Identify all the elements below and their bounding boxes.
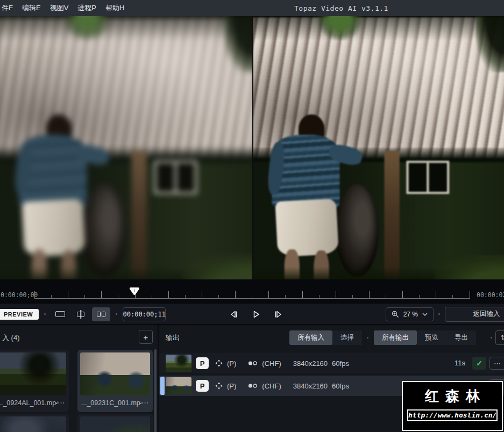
playhead[interactable]	[129, 287, 140, 296]
transport-controls	[226, 304, 286, 325]
timeline: 0:00:00;00 00:00:02;0	[0, 279, 504, 303]
preview-badge: PREVIEW	[0, 309, 39, 320]
side-by-side-icon	[97, 312, 105, 317]
duration-label: 11s	[455, 359, 465, 367]
tire	[83, 184, 126, 277]
output-filter-tabs: 所有输出 预览 导出	[374, 330, 476, 345]
separator-dot	[44, 313, 46, 315]
framerate-label: 60fps	[332, 382, 349, 390]
timeline-end-timecode: 00:00:02;0	[477, 291, 504, 299]
file-more-button[interactable]: ⋯	[141, 399, 149, 407]
hut-window	[154, 161, 197, 194]
menu-process[interactable]: 进程P	[77, 3, 96, 13]
output-thumbnail	[166, 355, 191, 372]
resolution-label: 3840x2160	[293, 382, 328, 390]
preview-pane-original[interactable]	[0, 16, 252, 279]
view-mode-side-by-side-button[interactable]	[92, 307, 110, 321]
zoom-magnifier-icon	[392, 311, 399, 318]
tab-all-inputs[interactable]: 所有输入	[289, 330, 332, 345]
next-frame-button[interactable]	[271, 307, 286, 322]
interpolation-icon	[248, 361, 258, 366]
watermark: 红森林 http://www.hoslin.cn/	[402, 381, 503, 431]
previous-frame-button[interactable]	[226, 307, 241, 322]
frame-timecode-input[interactable]: 00:00:00;11	[123, 307, 166, 321]
input-list-scrollbar[interactable]	[154, 349, 157, 432]
transport-bar: PREVIEW 00:00:00;11	[0, 303, 504, 324]
input-file-card[interactable]	[0, 414, 69, 432]
shadow	[253, 16, 254, 162]
preview-pane-enhanced[interactable]	[253, 16, 504, 279]
foliage	[0, 16, 252, 40]
enhance-model-label: (P)	[227, 359, 236, 368]
separator-dot	[491, 337, 492, 339]
play-button[interactable]	[249, 307, 264, 322]
video-thumbnail	[80, 416, 150, 432]
app-title: Topaz Video AI v3.1.1	[294, 4, 388, 12]
tab-selected[interactable]: 选择	[332, 330, 362, 345]
menu-edit[interactable]: 编辑E	[22, 3, 41, 13]
separator-dot	[116, 313, 117, 315]
file-more-button[interactable]: ⋯	[58, 399, 65, 407]
watermark-title: 红森林	[403, 387, 502, 406]
menu-view[interactable]: 视图V	[50, 3, 69, 13]
video-frame-original	[0, 16, 252, 279]
panel-divider	[158, 325, 159, 432]
complete-check-button[interactable]: ✓	[472, 357, 486, 370]
row-more-button[interactable]: ⋯	[489, 357, 504, 370]
timeline-start-timecode: 0:00:00;00	[1, 291, 38, 299]
sort-button[interactable]: ⇅	[495, 330, 504, 345]
upscale-icon	[215, 382, 223, 390]
tab-exports[interactable]: 导出	[446, 330, 476, 345]
timeline-ruler[interactable]	[34, 283, 470, 299]
view-mode-split-button[interactable]	[72, 307, 90, 321]
input-filename: ..._09231C_001.mp4	[81, 399, 141, 407]
input-filename: ..._0924AL_001.mp4	[0, 399, 58, 407]
input-file-card[interactable]: ..._0924AL_001.mp4 ⋯	[0, 350, 69, 412]
menu-bar: 件F 编辑E 视图V 进程P 帮助H Topaz Video AI v3.1.1	[0, 0, 504, 16]
boy	[22, 198, 86, 256]
input-file-card[interactable]	[77, 414, 153, 432]
input-file-card-selected[interactable]: ..._09231C_001.mp4 ⋯	[77, 350, 153, 412]
grass	[182, 255, 252, 279]
enhance-model-label: (P)	[227, 382, 236, 390]
video-thumbnail	[80, 352, 150, 395]
progress-indicator	[160, 377, 165, 395]
sort-icon: ⇅	[501, 334, 504, 342]
tab-previews[interactable]: 预览	[417, 330, 446, 345]
fence-post	[132, 150, 147, 279]
view-mode-single-button[interactable]	[51, 307, 69, 321]
chevron-down-icon	[422, 313, 428, 316]
video-frame-enhanced	[253, 16, 504, 279]
fence-post	[384, 150, 399, 279]
shadow	[0, 16, 1, 162]
resolution-label: 3840x2160	[293, 359, 328, 368]
hut-window	[406, 161, 449, 194]
grass	[434, 255, 504, 279]
input-filter-tabs: 所有输入 选择	[289, 330, 362, 345]
leaves	[224, 16, 252, 73]
leaves	[475, 16, 504, 73]
framerate-label: 60fps	[332, 359, 349, 368]
menu-help[interactable]: 帮助H	[105, 3, 124, 13]
output-panel-title: 输出	[166, 333, 180, 343]
interpolate-model-label: (CHF)	[262, 382, 281, 390]
interpolation-icon	[248, 383, 258, 388]
upscale-icon	[215, 359, 223, 367]
single-view-icon	[55, 311, 65, 317]
boy	[275, 198, 338, 256]
preview-type-badge: P	[196, 357, 209, 369]
check-icon: ✓	[476, 359, 482, 368]
tab-all-outputs[interactable]: 所有输出	[374, 330, 417, 345]
preview-type-badge: P	[196, 380, 209, 392]
separator-dot	[438, 313, 440, 315]
video-preview	[0, 16, 504, 279]
return-to-input-button[interactable]: 返回输入	[445, 307, 504, 322]
foliage	[253, 16, 504, 40]
add-input-button[interactable]: +	[139, 330, 153, 344]
leaves	[65, 16, 110, 40]
menu-file[interactable]: 件F	[2, 3, 13, 13]
video-thumbnail	[0, 352, 66, 395]
output-row[interactable]: P (P) (CHF) 3840x2160 60fps 11s ✓	[159, 353, 504, 373]
zoom-dropdown[interactable]: 27 %	[386, 307, 434, 321]
split-view-icon	[76, 311, 86, 318]
